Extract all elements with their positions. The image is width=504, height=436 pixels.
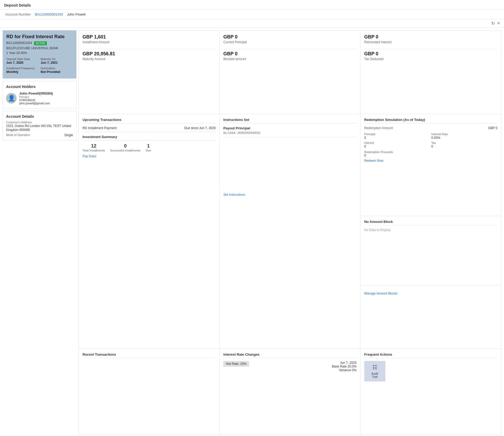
investment-summary: Investment Summary 12 Total Installments… bbox=[83, 135, 216, 158]
account-holders-section: Account Holders 👤 John Powell(000284) Pr… bbox=[3, 81, 76, 108]
interest-label: Interest bbox=[364, 141, 374, 144]
interest-rate-field: Interest Rate 0.00% bbox=[431, 132, 497, 140]
rate-date: Jun 7, 2020 bbox=[332, 361, 356, 365]
mode-row: Mode of Operation Single bbox=[6, 133, 73, 137]
account-details-section: Account Details Customer's Address 1523,… bbox=[3, 111, 76, 140]
total-installments-label: Total Installments bbox=[83, 149, 105, 152]
nomination-label: Nomination bbox=[41, 67, 73, 70]
account-card-bank: BG1/FLEXCUBE UNIVERSAL BANK bbox=[6, 46, 73, 50]
person-icon: 👤 bbox=[8, 95, 15, 102]
address-value: 1523, Dukes Rd London W3 0SL TEST United… bbox=[6, 124, 71, 132]
installment-amount-value: GBP 1,601 bbox=[83, 34, 216, 40]
left-panel: RD for Fixed Interest Rate BG11000000103… bbox=[3, 30, 76, 435]
interest-rate-value: 0.00% bbox=[431, 136, 497, 140]
maturity-amount-value: GBP 20,956.81 bbox=[83, 51, 216, 57]
tax-value: 0 bbox=[431, 145, 497, 148]
account-holder-name: John Powell bbox=[67, 12, 85, 16]
principal-field: Principal 0 bbox=[364, 132, 430, 140]
address-label: Customer's Address bbox=[6, 121, 73, 124]
maturity-amount-label: Maturity Amount bbox=[83, 57, 216, 61]
account-card-rate: 1 Year-20.00% bbox=[6, 51, 73, 55]
instruction-title: Payout Principal bbox=[223, 126, 356, 130]
blocked-amount-value: GBP 0 bbox=[223, 51, 356, 57]
due-label: Due bbox=[146, 149, 151, 152]
account-details-title: Account Details bbox=[6, 114, 73, 119]
maturity-field: Maturity On Jun 7, 2021 bbox=[41, 57, 73, 65]
account-number: BG110000001034 bbox=[35, 12, 63, 16]
interest-rate-title: Interest Rate Changes bbox=[223, 352, 356, 358]
current-principal-value: GBP 0 bbox=[223, 34, 356, 40]
redemption-card: Redemption Simulation (As of Today) Rede… bbox=[361, 114, 501, 216]
recent-transactions-card: Recent Transactions bbox=[79, 349, 219, 434]
set-instructions-link[interactable]: Set Instructions bbox=[223, 193, 245, 197]
interest-rate-label: Interest Rate bbox=[431, 133, 448, 136]
audit-trail-label: Audit Trail bbox=[369, 372, 381, 378]
account-holders-title: Account Holders bbox=[6, 85, 73, 89]
tax-label: Tax bbox=[431, 141, 436, 144]
deposit-start-field: Deposit Start Date Jun 7, 2020 bbox=[6, 57, 38, 65]
frequent-actions-card: Manage Amount Blocks bbox=[361, 285, 501, 349]
successful-installments: 0 Successful Installments bbox=[110, 143, 140, 152]
principal-label: Principal bbox=[364, 133, 375, 136]
redemption-amount-value: GBP 0 bbox=[488, 126, 497, 130]
tax-deducted-label: Tax Deducted bbox=[364, 57, 497, 61]
installment-amount-label: Installment Amount bbox=[83, 40, 216, 44]
transaction-label: RD Installment Payment bbox=[83, 126, 117, 130]
no-data-text: No Data to Display bbox=[364, 228, 497, 232]
successful-installments-value: 0 bbox=[110, 143, 140, 149]
maturity-label: Maturity On bbox=[41, 57, 73, 61]
reinvested-interest-value: GBP 0 bbox=[364, 34, 497, 40]
interest-value: 0 bbox=[364, 145, 430, 148]
reinvested-interest-label: Reinvested Interest bbox=[364, 40, 497, 44]
recent-transactions-title: Recent Transactions bbox=[83, 352, 216, 358]
successful-installments-label: Successful Installments bbox=[110, 149, 140, 152]
frequency-value: Monthly bbox=[6, 70, 18, 74]
variance: Variance 0% bbox=[332, 368, 356, 372]
investment-summary-title: Investment Summary bbox=[83, 135, 216, 141]
transaction-date: Due since Jun 7, 2020 bbox=[184, 126, 216, 130]
instructions-set-card: Instructions Set Payout Principal By CAS… bbox=[220, 114, 360, 348]
installment-amount-card: GBP 1,601 Installment Amount GBP 20,956.… bbox=[79, 31, 219, 114]
holder-phone: 9785536035 bbox=[19, 99, 53, 102]
account-card-title: RD for Fixed Interest Rate bbox=[6, 34, 73, 40]
nomination-field: Nomination Not Provided bbox=[41, 67, 73, 74]
deposit-start-value: Jun 7, 2020 bbox=[6, 61, 23, 65]
due-installments: 1 Due bbox=[146, 143, 151, 152]
holder-role: Primary bbox=[19, 95, 53, 99]
holder-email: john.powell@gmail.com bbox=[19, 102, 53, 105]
mode-value: Single bbox=[64, 133, 73, 137]
transaction-row: RD Installment Payment Due since Jun 7, … bbox=[83, 126, 216, 130]
frequency-field: Installment Frequency Monthly bbox=[6, 67, 38, 74]
window-title: Deposit Details bbox=[0, 0, 504, 10]
upcoming-transactions-title: Upcoming Transactions bbox=[83, 118, 216, 124]
menu-icon[interactable]: ≡ bbox=[497, 21, 500, 26]
investment-grid: 12 Total Installments 0 Successful Insta… bbox=[83, 143, 216, 152]
instructions-set-title: Instructions Set bbox=[223, 118, 356, 124]
rate-info: Jun 7, 2020 Base Rate 20.0% Variance 0% bbox=[332, 361, 356, 372]
redeem-now-link[interactable]: Redeem Now bbox=[364, 159, 497, 163]
holder-row: 👤 John Powell(000284) Primary 9785536035… bbox=[6, 91, 73, 105]
base-rate: Base Rate 20.0% bbox=[332, 365, 356, 368]
deposit-start-label: Deposit Start Date bbox=[6, 57, 38, 61]
audit-trail-icon: ☷ bbox=[372, 364, 377, 370]
holder-info: John Powell(000284) Primary 9785536035 j… bbox=[19, 91, 53, 105]
account-number-label: Account Number bbox=[5, 12, 31, 16]
amount-block-card: No Amount Block No Data to Display bbox=[361, 216, 501, 285]
redemption-amount-label: Redemption Amount bbox=[364, 126, 393, 130]
instruction-sub: By CASA : 00000002840015 bbox=[223, 131, 356, 134]
audit-trail-button[interactable]: ☷ Audit Trail bbox=[364, 361, 385, 381]
total-installments-value: 12 bbox=[83, 143, 105, 149]
reinvested-interest-card: GBP 0 Reinvested Interest GBP 0 Tax Dedu… bbox=[361, 31, 501, 114]
current-principal-card: GBP 0 Current Principal GBP 0 Blocked am… bbox=[220, 31, 360, 114]
current-principal-label: Current Principal bbox=[223, 40, 356, 44]
pay-dues-link[interactable]: Pay Dues bbox=[83, 154, 96, 158]
refresh-icon[interactable]: ↻ bbox=[491, 21, 495, 26]
principal-value: 0 bbox=[364, 136, 430, 140]
account-card: RD for Fixed Interest Rate BG11000000103… bbox=[3, 30, 76, 79]
amount-block-title: No Amount Block bbox=[364, 220, 497, 226]
account-card-number: BG110000001034 bbox=[6, 41, 32, 45]
manage-amount-blocks-link[interactable]: Manage Amount Blocks bbox=[364, 292, 497, 295]
redemption-title: Redemption Simulation (As of Today) bbox=[364, 118, 497, 124]
interest-field: Interest 0 bbox=[364, 141, 430, 148]
address-field: Customer's Address 1523, Dukes Rd London… bbox=[6, 121, 73, 132]
